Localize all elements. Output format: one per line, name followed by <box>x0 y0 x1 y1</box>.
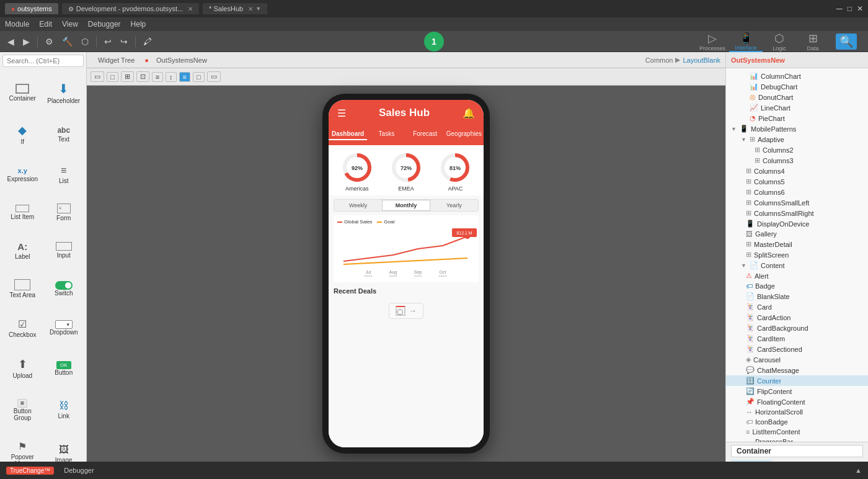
tree-chat-message[interactable]: 💬 ChatMessage <box>726 365 868 375</box>
annotate-button[interactable]: 🖍 <box>141 35 154 48</box>
back-button[interactable]: ◀ <box>5 35 17 48</box>
tab-outsystems[interactable]: ● outsystems <box>5 3 58 14</box>
tab-development[interactable]: ⚙ Development - pvodemos.outsyst... ✕ <box>62 3 199 14</box>
tree-card-sectioned[interactable]: 🃏 CardSectioned <box>726 344 868 354</box>
tree-card-action[interactable]: 🃏 CardAction <box>726 312 868 323</box>
canvas-view-btn-4[interactable]: ⊡ <box>136 71 149 82</box>
tree-alert[interactable]: ⚠ Alert <box>726 271 868 281</box>
nav-search[interactable]: 🔍 <box>830 34 863 50</box>
tree-badge[interactable]: 🏷 Badge <box>726 281 868 291</box>
build-button[interactable]: 🔨 <box>60 35 75 48</box>
minimize-button[interactable]: ─ <box>836 4 843 14</box>
tree-card[interactable]: 🃏 Card <box>726 302 868 312</box>
widget-text[interactable]: abc Text <box>44 115 84 155</box>
nav-processes[interactable]: ▷ Processes <box>696 32 729 51</box>
tree-floating-content[interactable]: 📌 FloatingContent <box>726 396 868 407</box>
phone-nav-dashboard[interactable]: Dashboard <box>329 128 367 140</box>
tab-development-close[interactable]: ✕ <box>188 6 193 12</box>
redo-button[interactable]: ↪ <box>118 35 130 48</box>
tree-columns5[interactable]: ⊞ Columns5 <box>726 176 868 187</box>
tree-horizontal-scroll[interactable]: ↔ HorizontalScroll <box>726 407 868 417</box>
tree-pie-chart[interactable]: ◔ PieChart <box>726 113 868 123</box>
tree-gallery[interactable]: 🖼 Gallery <box>726 229 868 239</box>
test-button[interactable]: ⬡ <box>79 35 91 48</box>
period-weekly[interactable]: Weekly <box>334 200 382 211</box>
nav-data[interactable]: ⊞ Data <box>796 32 830 51</box>
search-input[interactable] <box>2 55 84 67</box>
canvas-view-btn-1[interactable]: ▭ <box>91 71 104 82</box>
widget-list-item[interactable]: List Item <box>2 195 43 231</box>
forward-button[interactable]: ▶ <box>20 35 32 48</box>
tree-adaptive[interactable]: ▼ ⊞ Adaptive <box>726 134 868 145</box>
phone-nav-tasks[interactable]: Tasks <box>367 128 405 140</box>
widget-textarea[interactable]: Text Area <box>2 271 43 308</box>
canvas-view-btn-9[interactable]: ▭ <box>207 71 221 82</box>
widget-expression[interactable]: x.y Expression <box>2 156 43 194</box>
phone-nav-forecast[interactable]: Forecast <box>406 128 445 140</box>
debugger-label[interactable]: Debugger <box>64 467 94 474</box>
tree-master-detail[interactable]: ⊞ MasterDetail <box>726 239 868 249</box>
tree-list-item-content[interactable]: ≡ ListItemContent <box>726 427 868 437</box>
canvas-view-btn-3[interactable]: ⊞ <box>121 71 134 82</box>
tree-card-background[interactable]: 🃏 CardBackground <box>726 323 868 333</box>
widget-placeholder[interactable]: ⬇ Placeholder <box>44 72 84 114</box>
tree-donut-chart[interactable]: ◎ DonutChart <box>726 92 868 102</box>
menu-view[interactable]: View <box>62 20 78 29</box>
tree-columns-small-left[interactable]: ⊞ ColumnsSmallLeft <box>726 197 868 208</box>
widget-if[interactable]: ◆ If <box>2 115 43 155</box>
widget-upload[interactable]: ⬆ Upload <box>2 349 43 389</box>
nav-logic[interactable]: ⬡ Logic <box>763 32 796 51</box>
canvas-view-btn-6[interactable]: ↕ <box>166 72 177 82</box>
tree-progress-bar[interactable]: ▬ ProgressBar <box>726 437 868 442</box>
tree-icon-badge[interactable]: 🏷 IconBadge <box>726 417 868 427</box>
tree-split-screen[interactable]: ⊞ SplitScreen <box>726 249 868 260</box>
widget-container[interactable]: Container <box>2 72 43 114</box>
tree-columns3[interactable]: ⊞ Columns3 <box>726 155 868 166</box>
widget-link[interactable]: ⛓ Link <box>44 390 84 431</box>
tree-card-item[interactable]: 🃏 CardItem <box>726 333 868 344</box>
tree-mobile-patterns[interactable]: ▼ 📱 MobilePatterns <box>726 123 868 134</box>
menu-module[interactable]: Module <box>5 20 29 29</box>
tree-carousel[interactable]: ◈ Carousel <box>726 354 868 365</box>
widget-button-group[interactable]: ⊞ Button Group <box>2 390 43 431</box>
period-yearly[interactable]: Yearly <box>430 200 478 211</box>
canvas-view-btn-7[interactable]: ≡ <box>179 72 190 82</box>
menu-help[interactable]: Help <box>131 20 146 29</box>
settings-button[interactable]: ⚙ <box>43 35 56 48</box>
menu-edit[interactable]: Edit <box>39 20 52 29</box>
tree-blank-slate[interactable]: 📄 BlankSlate <box>726 291 868 302</box>
tree-columns6[interactable]: ⊞ Columns6 <box>726 187 868 197</box>
tab-widget-tree[interactable]: Widget Tree <box>92 55 141 66</box>
undo-button[interactable]: ↩ <box>102 35 114 48</box>
tree-columns4[interactable]: ⊞ Columns4 <box>726 166 868 176</box>
widget-list[interactable]: ≡ List <box>44 156 84 194</box>
widget-input[interactable]: Input <box>44 232 84 269</box>
tree-flip-content[interactable]: 🔄 FlipContent <box>726 386 868 396</box>
period-monthly[interactable]: Monthly <box>382 200 430 211</box>
tree-debug-chart[interactable]: 📊 DebugChart <box>726 81 868 92</box>
tree-display-on-device[interactable]: 📱 DisplayOnDevice <box>726 218 868 229</box>
tab-saleshub-close[interactable]: ✕ <box>248 6 253 12</box>
dropdown-arrow-icon[interactable]: ▼ <box>255 6 261 12</box>
status-expand-arrow[interactable]: ▲ <box>855 467 862 474</box>
close-button[interactable]: ✕ <box>857 4 863 13</box>
tab-outsystems-new[interactable]: OutSystemsNew <box>150 55 213 66</box>
canvas-view-btn-2[interactable]: □ <box>107 72 118 82</box>
widget-form[interactable]: ≡ Form <box>44 195 84 231</box>
maximize-button[interactable]: □ <box>848 4 852 13</box>
tree-counter[interactable]: 🔢 Counter <box>726 375 868 386</box>
canvas-view-btn-5[interactable]: ≡ <box>152 72 163 82</box>
tree-columns2[interactable]: ⊞ Columns2 <box>726 145 868 155</box>
tree-columns-small-right[interactable]: ⊞ ColumnsSmallRight <box>726 208 868 218</box>
menu-debugger[interactable]: Debugger <box>88 20 121 29</box>
phone-nav-geographies[interactable]: Geographies <box>445 128 484 140</box>
tab-saleshub[interactable]: * SalesHub ✕ ▼ <box>203 3 267 14</box>
widget-button[interactable]: OK Button <box>44 349 84 389</box>
widget-checkbox[interactable]: ☑ Checkbox <box>2 309 43 347</box>
tree-column-chart[interactable]: 📊 ColumnChart <box>726 71 868 81</box>
widget-dropdown[interactable]: ▼ Dropdown <box>44 309 84 347</box>
widget-switch[interactable]: Switch <box>44 271 84 308</box>
nav-interface[interactable]: 📱 Interface <box>729 31 763 52</box>
tree-content[interactable]: ▼ 📄 Content <box>726 260 868 271</box>
widget-label[interactable]: A: Label <box>2 232 43 269</box>
